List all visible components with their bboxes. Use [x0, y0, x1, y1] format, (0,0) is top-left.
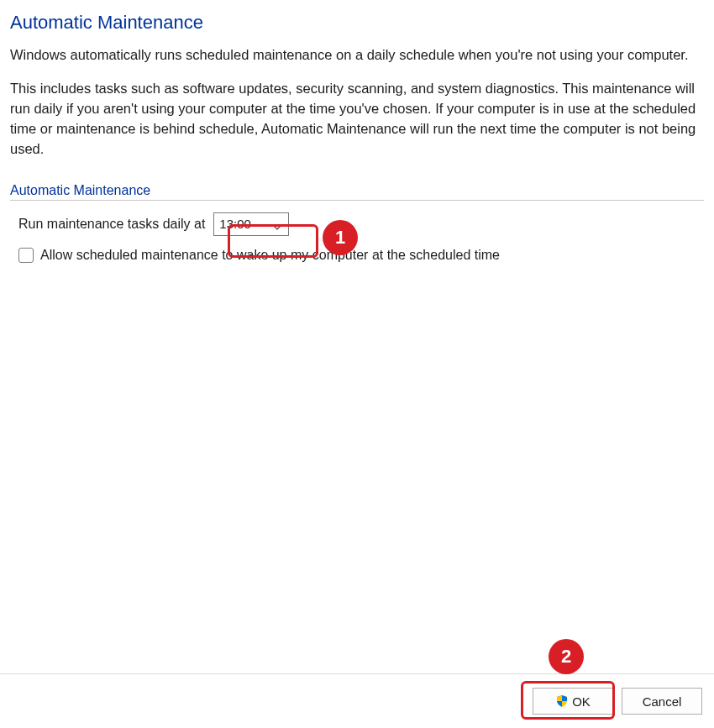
cancel-button-label: Cancel [643, 694, 682, 709]
wake-checkbox-label: Allow scheduled maintenance to wake up m… [40, 248, 500, 263]
annotation-marker-2: 2 [549, 639, 584, 674]
group-legend: Automatic Maintenance [10, 183, 704, 201]
time-select[interactable]: 13:00 [213, 212, 289, 236]
uac-shield-icon [555, 694, 569, 708]
wake-checkbox[interactable] [18, 248, 34, 263]
chevron-down-icon [273, 220, 281, 228]
ok-button-label: OK [572, 694, 591, 709]
ok-button[interactable]: OK [533, 688, 613, 715]
intro-paragraph-2: This includes tasks such as software upd… [10, 79, 704, 160]
footer-buttons: OK Cancel [533, 688, 702, 715]
schedule-label: Run maintenance tasks daily at [18, 217, 205, 232]
page-title: Automatic Maintenance [10, 12, 704, 34]
time-select-value: 13:00 [219, 217, 251, 231]
footer-separator [0, 673, 714, 674]
cancel-button[interactable]: Cancel [622, 688, 702, 715]
wake-checkbox-row: Allow scheduled maintenance to wake up m… [18, 248, 704, 263]
intro-paragraph-1: Windows automatically runs scheduled mai… [10, 45, 704, 65]
schedule-row: Run maintenance tasks daily at 13:00 [18, 212, 704, 236]
